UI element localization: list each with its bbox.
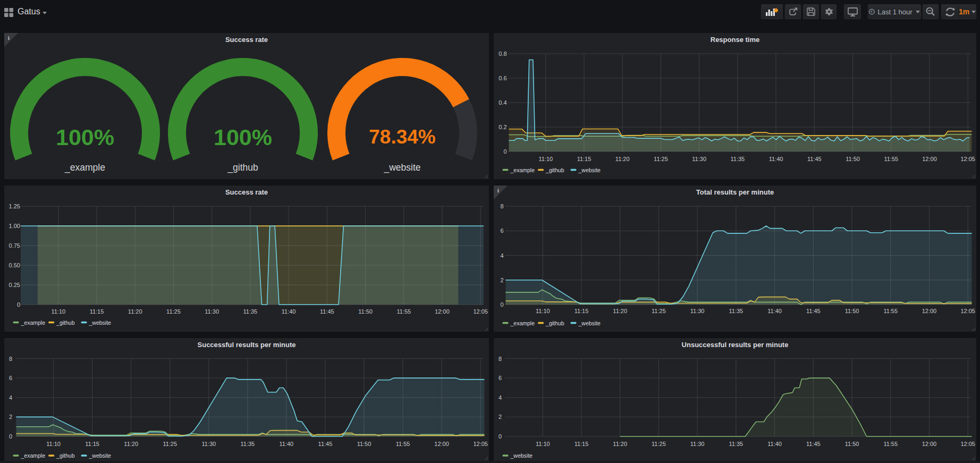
svg-text:_example: _example: [510, 167, 535, 173]
svg-text:11:25: 11:25: [652, 441, 666, 447]
svg-text:8: 8: [499, 356, 502, 362]
svg-text:11:15: 11:15: [577, 156, 592, 162]
svg-text:11:25: 11:25: [166, 308, 181, 315]
svg-text:11:30: 11:30: [205, 308, 219, 315]
svg-text:11:35: 11:35: [243, 308, 258, 315]
svg-text:11:40: 11:40: [767, 441, 782, 447]
svg-text:0: 0: [503, 148, 506, 155]
svg-text:11:15: 11:15: [575, 441, 589, 447]
svg-text:11:30: 11:30: [690, 441, 705, 447]
svg-text:11:10: 11:10: [538, 156, 553, 162]
svg-text:11:35: 11:35: [729, 308, 744, 314]
svg-text:Success rate: Success rate: [225, 36, 268, 44]
svg-text:11:40: 11:40: [767, 308, 782, 314]
svg-text:100%: 100%: [214, 124, 272, 150]
svg-text:Success rate: Success rate: [225, 188, 268, 196]
svg-text:12:05: 12:05: [473, 441, 488, 447]
svg-text:11:55: 11:55: [396, 308, 411, 315]
svg-text:78.34%: 78.34%: [369, 126, 436, 148]
svg-text:4: 4: [500, 252, 503, 259]
svg-text:2: 2: [9, 414, 12, 420]
svg-text:8: 8: [9, 356, 12, 362]
svg-text:11:10: 11:10: [536, 308, 550, 314]
svg-text:12:00: 12:00: [922, 308, 937, 314]
svg-text:11:35: 11:35: [731, 156, 745, 162]
svg-text:11:45: 11:45: [318, 441, 333, 447]
svg-text:12:05: 12:05: [960, 156, 975, 162]
svg-text:0: 0: [499, 433, 502, 440]
svg-text:11:50: 11:50: [846, 156, 860, 162]
svg-text:0: 0: [9, 433, 12, 440]
svg-text:11:55: 11:55: [883, 441, 898, 447]
svg-text:0: 0: [17, 301, 20, 308]
svg-text:12:00: 12:00: [435, 308, 450, 315]
svg-text:_github: _github: [56, 319, 75, 326]
svg-text:11:45: 11:45: [807, 156, 822, 162]
svg-text:11:50: 11:50: [358, 308, 373, 315]
svg-text:_github: _github: [56, 452, 75, 459]
svg-text:11:35: 11:35: [240, 441, 255, 447]
svg-text:11:40: 11:40: [282, 308, 296, 315]
svg-text:_website: _website: [578, 167, 601, 173]
svg-text:11:10: 11:10: [536, 441, 550, 447]
svg-text:11:20: 11:20: [613, 441, 627, 447]
svg-text:_website: _website: [383, 162, 420, 173]
svg-text:_website: _website: [510, 452, 533, 459]
svg-text:12:05: 12:05: [960, 308, 975, 314]
svg-text:_website: _website: [578, 320, 601, 326]
svg-text:6: 6: [9, 375, 12, 381]
svg-text:i: i: [8, 35, 10, 41]
svg-text:0.2: 0.2: [499, 124, 506, 130]
svg-text:11:55: 11:55: [884, 156, 898, 162]
svg-text:11:25: 11:25: [654, 156, 668, 162]
svg-text:1.25: 1.25: [9, 203, 20, 209]
svg-text:11:15: 11:15: [85, 441, 99, 447]
svg-text:11:40: 11:40: [769, 156, 783, 162]
svg-text:100%: 100%: [56, 124, 114, 150]
svg-text:Successful results per minute: Successful results per minute: [198, 341, 296, 349]
svg-text:8: 8: [500, 203, 503, 209]
svg-text:0.75: 0.75: [9, 242, 20, 249]
svg-text:_github: _github: [545, 167, 564, 173]
svg-text:11:15: 11:15: [575, 308, 589, 314]
svg-text:11:15: 11:15: [90, 308, 104, 315]
svg-text:i: i: [497, 188, 499, 193]
svg-text:11:55: 11:55: [396, 441, 410, 447]
svg-text:12:05: 12:05: [473, 308, 488, 315]
svg-text:2: 2: [500, 277, 503, 283]
svg-text:11:25: 11:25: [652, 308, 666, 314]
svg-text:11:10: 11:10: [46, 441, 61, 447]
svg-text:11:30: 11:30: [690, 308, 705, 314]
svg-text:11:20: 11:20: [615, 156, 630, 162]
svg-text:11:55: 11:55: [883, 308, 898, 314]
svg-text:_example: _example: [21, 319, 46, 326]
svg-text:6: 6: [499, 375, 502, 381]
svg-text:11:10: 11:10: [51, 308, 65, 315]
svg-text:11:45: 11:45: [806, 308, 821, 314]
svg-text:11:50: 11:50: [845, 308, 859, 314]
svg-text:0.6: 0.6: [499, 75, 506, 81]
svg-text:11:20: 11:20: [613, 308, 627, 314]
svg-text:_example: _example: [64, 162, 105, 173]
svg-text:12:00: 12:00: [922, 441, 937, 447]
svg-text:11:45: 11:45: [806, 441, 821, 447]
svg-text:11:50: 11:50: [357, 441, 371, 447]
svg-text:11:35: 11:35: [729, 441, 744, 447]
svg-text:11:30: 11:30: [692, 156, 706, 162]
svg-text:Response time: Response time: [711, 36, 759, 44]
svg-text:11:20: 11:20: [128, 308, 142, 315]
svg-text:Total results per minute: Total results per minute: [696, 188, 774, 196]
svg-text:_example: _example: [21, 452, 46, 459]
svg-text:0.25: 0.25: [9, 282, 20, 288]
svg-text:11:30: 11:30: [201, 441, 216, 447]
svg-text:0.50: 0.50: [9, 262, 20, 268]
svg-text:11:40: 11:40: [280, 441, 294, 447]
svg-text:6: 6: [500, 228, 503, 234]
svg-text:Unsuccessful results per minut: Unsuccessful results per minute: [682, 341, 789, 349]
svg-text:0: 0: [500, 301, 503, 308]
svg-text:_github: _github: [227, 162, 258, 173]
svg-text:1.00: 1.00: [9, 223, 20, 229]
svg-text:0.8: 0.8: [499, 50, 506, 57]
svg-text:_website: _website: [89, 452, 112, 459]
svg-text:_example: _example: [510, 320, 535, 326]
